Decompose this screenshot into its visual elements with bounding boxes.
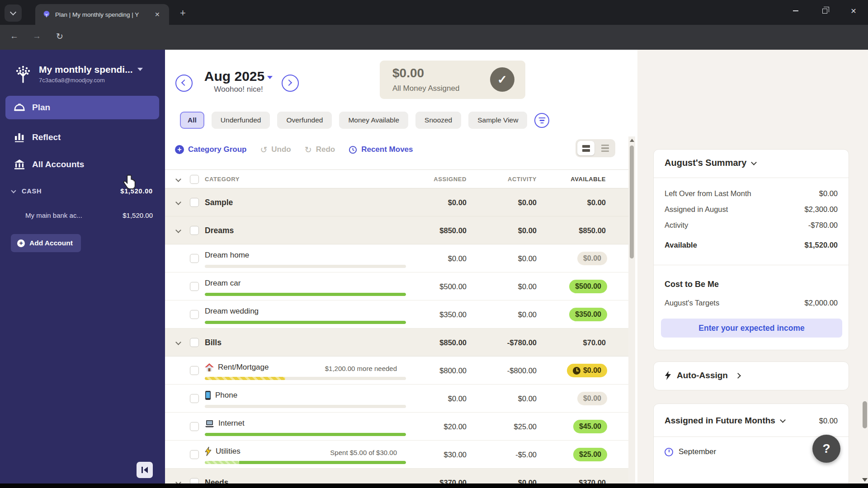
- available-pill[interactable]: $350.00: [569, 308, 607, 321]
- minimize-button[interactable]: [781, 0, 810, 22]
- month-label: Aug 2025: [204, 69, 264, 84]
- row-checkbox[interactable]: [190, 198, 199, 207]
- sidebar-item-plan[interactable]: Plan: [5, 96, 159, 119]
- group-row-bills[interactable]: Bills $850.00 -$780.00 $70.00: [165, 328, 628, 357]
- future-month-row[interactable]: September: [665, 447, 716, 456]
- filter-chip-money-available[interactable]: Money Available: [339, 112, 408, 129]
- restore-button[interactable]: [810, 0, 839, 22]
- undo-button[interactable]: ↺ Undo: [260, 145, 291, 155]
- row-checkbox[interactable]: [190, 310, 199, 319]
- panel-scrollbar-thumb[interactable]: [863, 401, 867, 428]
- category-row-dream-car[interactable]: Dream car $500.00 $0.00 $500.00: [165, 272, 628, 300]
- category-row-rent-mortgage[interactable]: Rent/Mortgage $1,200.00 more needed $800…: [165, 357, 628, 385]
- select-all-checkbox[interactable]: [190, 175, 199, 184]
- lightning-bolt-icon: [665, 371, 671, 380]
- available-pill[interactable]: $500.00: [569, 280, 607, 293]
- assigned-value[interactable]: $0.00: [448, 385, 467, 413]
- assigned-value[interactable]: $0.00: [448, 188, 467, 216]
- row-checkbox[interactable]: [190, 338, 199, 347]
- filter-chip-sample-view[interactable]: Sample View: [468, 112, 527, 129]
- row-checkbox[interactable]: [190, 394, 199, 403]
- browser-tab[interactable]: Plan | My monthly spending | Y ✕: [35, 4, 169, 25]
- assigned-value[interactable]: $500.00: [439, 272, 467, 300]
- group-row-needs[interactable]: Needs $370.00 $0.00 $370.00: [165, 469, 628, 484]
- assigned-value[interactable]: $370.00: [439, 469, 467, 484]
- filter-chip-underfunded[interactable]: Underfunded: [212, 112, 270, 129]
- summary-title[interactable]: August's Summary: [665, 158, 756, 168]
- close-button[interactable]: ✕: [839, 0, 868, 22]
- assigned-value[interactable]: $350.00: [439, 300, 467, 328]
- filter-chip-overfunded[interactable]: Overfunded: [277, 112, 332, 129]
- redo-icon: ↻: [305, 145, 312, 155]
- category-group-label: Category Group: [188, 145, 246, 154]
- auto-assign-card[interactable]: Auto-Assign: [653, 361, 849, 390]
- available-pill[interactable]: $0.00: [577, 392, 607, 405]
- scrollbar-thumb[interactable]: [630, 145, 634, 258]
- collapse-sidebar-button[interactable]: [137, 462, 153, 478]
- view-toggle-cards[interactable]: [577, 141, 594, 155]
- future-months-title[interactable]: Assigned in Future Months: [665, 416, 785, 426]
- assigned-value[interactable]: $0.00: [448, 244, 467, 272]
- add-category-group-button[interactable]: + Category Group: [175, 145, 246, 154]
- column-header-assigned[interactable]: ASSIGNED: [434, 176, 467, 183]
- budget-switcher[interactable]: My monthly spendi... 7c3ac6a8@moodjoy.co…: [14, 64, 143, 85]
- available-pill[interactable]: $45.00: [573, 420, 607, 433]
- next-month-button[interactable]: [282, 75, 299, 92]
- collapse-all-chevron[interactable]: [175, 176, 181, 182]
- filter-chip-all[interactable]: All: [180, 112, 204, 129]
- scroll-down-arrow[interactable]: [862, 478, 868, 482]
- category-row-dream-home[interactable]: Dream home $0.00 $0.00 $0.00: [165, 244, 628, 272]
- recent-moves-button[interactable]: Recent Moves: [349, 145, 413, 154]
- table-scrollbar[interactable]: [628, 136, 635, 484]
- category-row-dream-wedding[interactable]: Dream wedding $350.00 $0.00 $350.00: [165, 300, 628, 328]
- column-header-available[interactable]: AVAILABLE: [571, 176, 606, 183]
- help-button[interactable]: ?: [812, 435, 840, 463]
- category-row-internet[interactable]: Internet $20.00 $25.00 $45.00: [165, 413, 628, 441]
- activity-value: $0.00: [518, 216, 537, 244]
- chevron-down-icon[interactable]: [175, 199, 181, 205]
- chevron-down-icon[interactable]: [175, 339, 181, 345]
- chevron-down-icon[interactable]: [175, 227, 181, 233]
- tab-title: Plan | My monthly spending | Y: [55, 11, 151, 18]
- available-pill[interactable]: $25.00: [573, 448, 607, 461]
- redo-button[interactable]: ↻ Redo: [305, 145, 335, 155]
- filter-icon[interactable]: [534, 113, 549, 128]
- row-checkbox[interactable]: [190, 450, 199, 459]
- group-row-dreams[interactable]: Dreams $850.00 $0.00 $850.00: [165, 216, 628, 244]
- group-row-sample[interactable]: Sample $0.00 $0.00 $0.00: [165, 188, 628, 216]
- assigned-value[interactable]: $20.00: [444, 413, 467, 441]
- new-tab-button[interactable]: +: [180, 7, 186, 19]
- column-header-activity[interactable]: ACTIVITY: [508, 176, 537, 183]
- tab-close-icon[interactable]: ✕: [155, 11, 160, 18]
- back-icon[interactable]: ←: [10, 31, 19, 41]
- row-checkbox[interactable]: [190, 366, 199, 375]
- row-checkbox[interactable]: [190, 254, 199, 263]
- available-pill[interactable]: $0.00: [577, 252, 607, 265]
- forward-icon[interactable]: →: [33, 31, 41, 41]
- previous-month-button[interactable]: [175, 75, 193, 92]
- scroll-up-arrow[interactable]: [630, 139, 634, 142]
- activity-value: $0.00: [518, 385, 537, 413]
- row-checkbox[interactable]: [190, 422, 199, 431]
- column-header-category[interactable]: CATEGORY: [205, 176, 240, 183]
- assigned-value[interactable]: $30.00: [444, 441, 467, 469]
- row-checkbox[interactable]: [190, 226, 199, 235]
- assigned-value[interactable]: $800.00: [439, 357, 467, 385]
- available-pill[interactable]: $0.00: [567, 364, 607, 377]
- assigned-value[interactable]: $850.00: [439, 328, 467, 357]
- filter-chip-snoozed[interactable]: Snoozed: [415, 112, 461, 129]
- sidebar-item-all-accounts[interactable]: All Accounts: [5, 153, 159, 176]
- month-header[interactable]: Aug 2025 Woohoo! nice!: [197, 69, 280, 94]
- add-account-button[interactable]: + Add Account: [11, 234, 81, 252]
- enter-expected-income-button[interactable]: Enter your expected income: [661, 319, 842, 338]
- view-toggle-list[interactable]: [596, 141, 613, 155]
- category-row-utilities[interactable]: Utilities Spent $5.00 of $30.00 $30.00 -…: [165, 441, 628, 469]
- sidebar-item-reflect[interactable]: Reflect: [5, 126, 159, 149]
- reload-icon[interactable]: ↻: [56, 31, 63, 42]
- account-item[interactable]: My main bank ac... $1,520.00: [25, 211, 153, 219]
- row-checkbox[interactable]: [190, 282, 199, 291]
- category-row-phone[interactable]: Phone $0.00 $0.00 $0.00: [165, 385, 628, 413]
- activity-value: -$780.00: [507, 328, 537, 357]
- tab-search-button[interactable]: [5, 5, 22, 22]
- assigned-value[interactable]: $850.00: [439, 216, 467, 244]
